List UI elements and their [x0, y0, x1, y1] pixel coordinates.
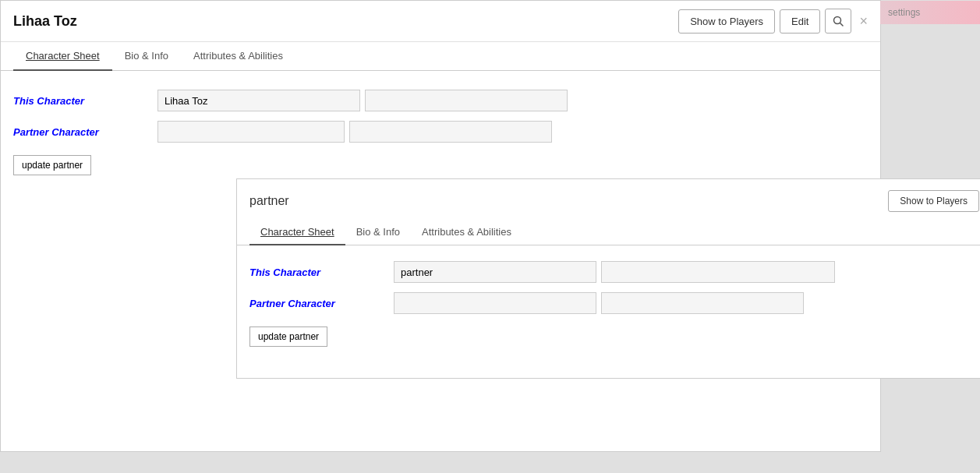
partner-title: partner — [249, 194, 289, 208]
partner-partner-character-input2[interactable] — [601, 292, 804, 314]
page-title: Lihaa Toz — [13, 13, 77, 30]
content-area: This Character Partner Character update … — [1, 71, 880, 397]
edit-button[interactable]: Edit — [780, 9, 820, 34]
partner-tabs: Character Sheet Bio & Info Attributes & … — [237, 220, 980, 245]
settings-strip: settings — [880, 1, 980, 24]
partner-partner-character-input1[interactable] — [394, 292, 596, 314]
search-button[interactable] — [825, 9, 851, 34]
partner-panel: partner Show to Players Character Sheet … — [236, 178, 980, 379]
tab-character-sheet[interactable]: Character Sheet — [13, 42, 112, 71]
partner-tab-character-sheet[interactable]: Character Sheet — [249, 220, 345, 245]
update-partner-button[interactable]: update partner — [13, 155, 91, 175]
search-icon — [833, 16, 844, 26]
partner-tab-bio-info[interactable]: Bio & Info — [345, 220, 411, 245]
partner-update-partner-button[interactable]: update partner — [249, 327, 327, 347]
partner-partner-character-label: Partner Character — [249, 298, 394, 309]
main-panel: settings Lihaa Toz Show to Players Edit … — [0, 0, 881, 452]
partner-this-character-input[interactable] — [394, 261, 596, 283]
page: settings Lihaa Toz Show to Players Edit … — [0, 0, 980, 473]
tab-bio-info[interactable]: Bio & Info — [112, 42, 181, 71]
tab-attributes-abilities[interactable]: Attributes & Abilities — [181, 42, 295, 71]
partner-header: partner Show to Players — [237, 179, 980, 220]
settings-text: settings — [888, 7, 920, 18]
partner-this-character-secondary-input[interactable] — [601, 261, 835, 283]
header-actions: Show to Players Edit × — [678, 9, 868, 34]
partner-character-label: Partner Character — [13, 126, 157, 138]
partner-character-input1[interactable] — [157, 121, 345, 143]
partner-this-character-row: This Character — [249, 261, 979, 283]
close-button[interactable]: × — [859, 13, 868, 30]
partner-character-row: Partner Character — [13, 121, 868, 143]
partner-partner-character-row: Partner Character — [249, 292, 979, 314]
this-character-label: This Character — [13, 95, 157, 107]
show-to-players-button[interactable]: Show to Players — [678, 9, 775, 34]
partner-this-character-label: This Character — [249, 267, 394, 278]
this-character-input[interactable] — [157, 90, 360, 111]
header: Lihaa Toz Show to Players Edit × — [1, 1, 880, 42]
main-tabs: Character Sheet Bio & Info Attributes & … — [1, 42, 880, 71]
this-character-secondary-input[interactable] — [365, 90, 568, 111]
partner-tab-attributes-abilities[interactable]: Attributes & Abilities — [411, 220, 522, 245]
partner-character-input2[interactable] — [349, 121, 552, 143]
partner-content: This Character Partner Character update … — [237, 245, 980, 362]
partner-show-to-players-button[interactable]: Show to Players — [888, 190, 979, 212]
this-character-row: This Character — [13, 90, 868, 111]
svg-line-1 — [840, 23, 844, 26]
